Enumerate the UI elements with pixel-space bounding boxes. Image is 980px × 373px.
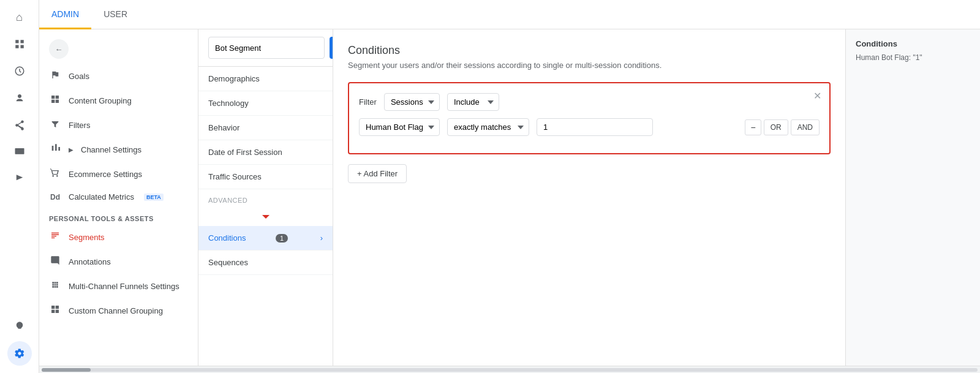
content-grouping-nav-item[interactable]: Content Grouping xyxy=(39,88,198,113)
settings-icon[interactable] xyxy=(7,341,32,366)
person-icon[interactable] xyxy=(7,86,32,110)
conditions-chevron: › xyxy=(320,233,323,243)
demographics-nav-item[interactable]: Demographics xyxy=(198,67,333,91)
beta-badge: BETA xyxy=(144,194,164,201)
ecommerce-settings-nav-item[interactable]: Ecommerce Settings xyxy=(39,162,198,186)
annotations-nav-item[interactable]: Annotations xyxy=(39,249,198,274)
calculated-metrics-label: Calculated Metrics xyxy=(69,192,134,202)
summary-title: Conditions xyxy=(856,39,970,48)
ecommerce-label: Ecommerce Settings xyxy=(69,170,142,179)
svg-rect-2 xyxy=(15,45,18,48)
filter-label: Filter xyxy=(359,97,377,107)
conditions-panel: Conditions Segment your users and/or the… xyxy=(333,29,845,366)
top-nav: ADMIN USER xyxy=(39,0,980,29)
multi-channel-label: Multi-Channel Funnels Settings xyxy=(69,282,179,291)
down-arrow-indicator xyxy=(198,206,333,226)
channel-settings-icon xyxy=(49,143,61,156)
technology-nav-item[interactable]: Technology xyxy=(198,91,333,116)
and-button[interactable]: AND xyxy=(791,119,820,135)
goals-label: Goals xyxy=(69,72,89,81)
svg-rect-1 xyxy=(20,40,23,43)
clock-icon[interactable] xyxy=(7,59,32,83)
custom-channel-icon xyxy=(49,304,61,317)
horizontal-scrollbar[interactable] xyxy=(39,366,980,373)
advanced-label: Advanced xyxy=(198,189,333,206)
channel-settings-label: Channel Settings xyxy=(81,145,141,154)
field-select[interactable]: Human Bot Flag xyxy=(359,118,440,136)
back-button[interactable]: ← xyxy=(49,39,69,59)
or-and-buttons: − OR AND xyxy=(745,119,820,135)
minus-button[interactable]: − xyxy=(745,119,761,135)
segments-label: Segments xyxy=(69,233,105,242)
conditions-nav-label: Conditions xyxy=(208,233,246,243)
filter-value-input[interactable] xyxy=(537,118,653,136)
close-filter-button[interactable]: ✕ xyxy=(810,88,824,103)
add-filter-button[interactable]: + Add Filter xyxy=(348,164,407,183)
svg-rect-5 xyxy=(15,148,24,154)
lightbulb-icon[interactable] xyxy=(7,314,32,339)
multi-channel-icon xyxy=(49,280,61,292)
custom-channel-nav-item[interactable]: Custom Channel Grouping xyxy=(39,298,198,323)
conditions-title: Conditions xyxy=(348,44,831,57)
flag-icon[interactable] xyxy=(7,167,32,191)
filter-box: Filter Sessions Users Include Exclude ✕ xyxy=(348,82,831,154)
conditions-description: Segment your users and/or their sessions… xyxy=(348,61,831,70)
svg-rect-0 xyxy=(15,40,18,43)
ecommerce-icon xyxy=(49,168,61,180)
custom-channel-label: Custom Channel Grouping xyxy=(69,306,163,315)
scrollbar-thumb[interactable] xyxy=(42,368,91,372)
home-icon[interactable]: ⌂ xyxy=(7,5,32,29)
channel-settings-nav-item[interactable]: ▶ Channel Settings xyxy=(39,137,198,162)
goals-nav-item[interactable]: Goals xyxy=(39,64,198,88)
user-tab[interactable]: USER xyxy=(91,0,140,29)
filters-label: Filters xyxy=(69,121,90,130)
annotations-label: Annotations xyxy=(69,257,111,266)
admin-nav: ← Goals Content Grouping xyxy=(39,29,198,366)
conditions-badge: 1 xyxy=(276,234,288,243)
calculated-metrics-icon: Dd xyxy=(49,193,61,202)
operator-select[interactable]: exactly matches contains does not contai… xyxy=(447,118,529,136)
goals-icon xyxy=(49,70,61,82)
filter-row-top: Filter Sessions Users Include Exclude ✕ xyxy=(359,93,820,111)
date-of-first-session-nav-item[interactable]: Date of First Session xyxy=(198,140,333,165)
include-exclude-select[interactable]: Include Exclude xyxy=(447,93,499,111)
filter-type-select[interactable]: Sessions Users xyxy=(384,93,440,111)
segment-header: Save Cancel Segment is visible in any xyxy=(198,29,333,67)
filters-nav-item[interactable]: Filters xyxy=(39,113,198,137)
calculated-metrics-nav-item[interactable]: Dd Calculated Metrics BETA xyxy=(39,186,198,208)
personal-tools-label: PERSONAL TOOLS & ASSETS xyxy=(39,208,198,225)
filter-condition-row: Human Bot Flag exactly matches contains … xyxy=(359,118,820,136)
icon-sidebar: ⌂ xyxy=(0,0,39,373)
display-icon[interactable] xyxy=(7,140,32,164)
content-grouping-icon xyxy=(49,94,61,107)
dashboard-icon[interactable] xyxy=(7,32,32,56)
summary-item: Human Bot Flag: "1" xyxy=(856,53,970,62)
annotations-icon xyxy=(49,255,61,268)
scrollbar-track xyxy=(42,368,978,372)
content-grouping-label: Content Grouping xyxy=(69,96,132,105)
behavior-nav-item[interactable]: Behavior xyxy=(198,116,333,140)
segments-icon xyxy=(49,231,61,243)
traffic-sources-nav-item[interactable]: Traffic Sources xyxy=(198,165,333,189)
filters-icon xyxy=(49,119,61,131)
multi-channel-nav-item[interactable]: Multi-Channel Funnels Settings xyxy=(39,274,198,298)
svg-rect-3 xyxy=(20,45,23,48)
segments-nav-item[interactable]: → Segments xyxy=(39,225,198,249)
share-icon[interactable] xyxy=(7,113,32,137)
or-button[interactable]: OR xyxy=(764,119,788,135)
channel-settings-expand: ▶ xyxy=(69,146,74,153)
conditions-nav-item[interactable]: Conditions 1 › xyxy=(198,226,333,251)
segment-name-input[interactable] xyxy=(208,37,325,59)
summary-panel: Conditions Human Bot Flag: "1" xyxy=(845,29,980,366)
segment-panel: Save Cancel Segment is visible in any De… xyxy=(198,29,333,366)
sequences-nav-item[interactable]: Sequences xyxy=(198,251,333,275)
admin-tab[interactable]: ADMIN xyxy=(39,0,91,29)
